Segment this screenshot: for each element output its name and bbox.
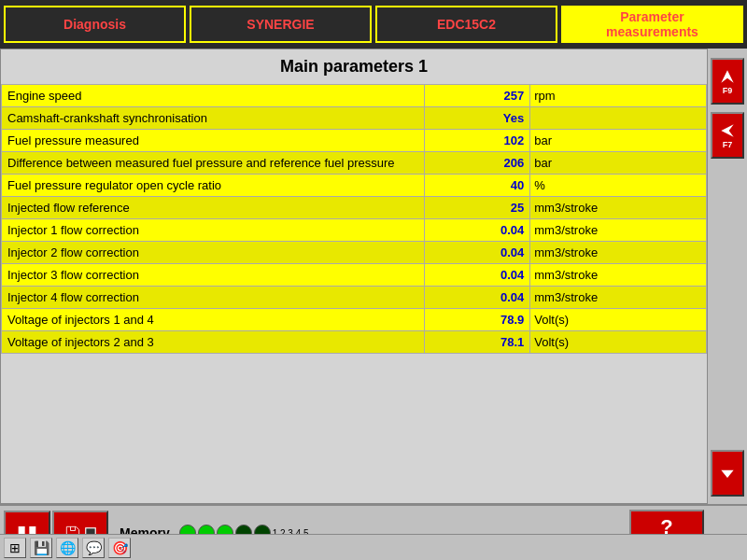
section-title: Main parameters 1	[1, 49, 707, 84]
param-name: Voltage of injectors 1 and 4	[2, 309, 425, 331]
save-icon[interactable]: 💾	[30, 538, 52, 558]
param-value: 0.04	[425, 219, 530, 242]
param-name: Injected flow reference	[2, 197, 425, 219]
param-value: 0.04	[425, 264, 530, 287]
chat-icon[interactable]: 💬	[82, 538, 105, 558]
param-unit: Volt(s)	[530, 331, 707, 354]
table-row: Voltage of injectors 2 and 378.1Volt(s)	[2, 331, 707, 354]
param-name: Injector 4 flow correction	[2, 287, 425, 309]
f9-label: F9	[723, 86, 733, 95]
param-value: 40	[425, 175, 530, 197]
table-row: Injector 3 flow correction0.04mm3/stroke	[2, 264, 707, 287]
scroll-down-button[interactable]	[711, 450, 744, 497]
param-name: Difference between measured fuel pressur…	[2, 152, 425, 175]
param-unit: %	[530, 175, 707, 197]
windows-start-icon[interactable]: ⊞	[4, 538, 26, 558]
param-value: 0.04	[425, 242, 530, 264]
param-name: Camshaft-crankshaft synchronisation	[2, 107, 425, 130]
param-unit: mm3/stroke	[530, 219, 707, 242]
status-icons-bar: ⊞ 💾 🌐 💬 🎯	[0, 534, 747, 560]
top-navigation: DiagnosisSYNERGIEEDC15C2Parameter measur…	[0, 0, 747, 49]
param-unit	[530, 107, 707, 130]
browser-icon[interactable]: 🌐	[56, 538, 78, 558]
table-row: Camshaft-crankshaft synchronisationYes	[2, 107, 707, 130]
main-content-area: Main parameters 1 Engine speed257rpmCams…	[0, 49, 708, 504]
param-name: Injector 2 flow correction	[2, 242, 425, 264]
table-row: Fuel pressure regulator open cycle ratio…	[2, 175, 707, 197]
param-unit: mm3/stroke	[530, 197, 707, 219]
param-unit: bar	[530, 130, 707, 152]
table-row: Injected flow reference25mm3/stroke	[2, 197, 707, 219]
param-unit: mm3/stroke	[530, 242, 707, 264]
param-value: 0.04	[425, 287, 530, 309]
table-row: Injector 1 flow correction0.04mm3/stroke	[2, 219, 707, 242]
parameters-table: Engine speed257rpmCamshaft-crankshaft sy…	[1, 84, 707, 354]
param-name: Voltage of injectors 2 and 3	[2, 331, 425, 354]
param-unit: bar	[530, 152, 707, 175]
right-panel: F9 F7	[708, 49, 747, 506]
table-row: Injector 2 flow correction0.04mm3/stroke	[2, 242, 707, 264]
target-icon[interactable]: 🎯	[108, 538, 131, 558]
param-unit: mm3/stroke	[530, 264, 707, 287]
nav-btn-edc15c2[interactable]: EDC15C2	[375, 6, 557, 43]
param-value: 78.1	[425, 331, 530, 354]
f9-button[interactable]: F9	[711, 58, 744, 105]
param-unit: mm3/stroke	[530, 287, 707, 309]
table-row: Injector 4 flow correction0.04mm3/stroke	[2, 287, 707, 309]
param-value: 25	[425, 197, 530, 219]
param-name: Fuel pressure regulator open cycle ratio	[2, 175, 425, 197]
param-value: 78.9	[425, 309, 530, 331]
nav-btn-parameter-measurements[interactable]: Parameter measurements	[561, 6, 743, 43]
param-unit: Volt(s)	[530, 309, 707, 331]
table-row: Difference between measured fuel pressur…	[2, 152, 707, 175]
param-unit: rpm	[530, 85, 707, 107]
table-row: Fuel pressure measured102bar	[2, 130, 707, 152]
param-value: Yes	[425, 107, 530, 130]
param-value: 206	[425, 152, 530, 175]
f7-label: F7	[723, 140, 733, 149]
f7-button[interactable]: F7	[711, 112, 744, 159]
param-name: Injector 1 flow correction	[2, 219, 425, 242]
table-row: Engine speed257rpm	[2, 85, 707, 107]
param-value: 102	[425, 130, 530, 152]
nav-btn-diagnosis[interactable]: Diagnosis	[4, 6, 186, 43]
param-value: 257	[425, 85, 530, 107]
param-name: Injector 3 flow correction	[2, 264, 425, 287]
nav-btn-synergie[interactable]: SYNERGIE	[190, 6, 372, 43]
table-row: Voltage of injectors 1 and 478.9Volt(s)	[2, 309, 707, 331]
param-name: Fuel pressure measured	[2, 130, 425, 152]
param-name: Engine speed	[2, 85, 425, 107]
